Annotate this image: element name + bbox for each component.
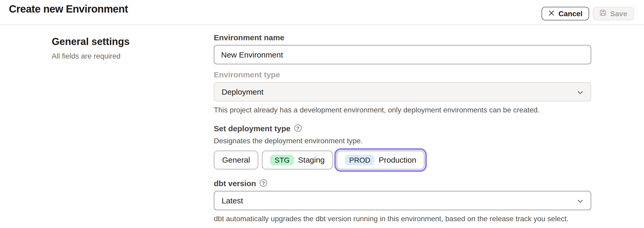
dbt-version-helper: dbt automatically upgrades the dbt versi… <box>214 214 591 224</box>
cancel-button-label: Cancel <box>559 9 583 18</box>
option-label: Production <box>379 156 416 164</box>
chevron-down-icon <box>577 87 583 96</box>
create-environment-page: Create new Environment Cancel Save Gener… <box>0 0 644 228</box>
environment-name-input[interactable] <box>214 45 591 64</box>
settings-subheading: All fields are required <box>52 52 214 60</box>
deployment-type-option-staging[interactable]: STG Staging <box>262 151 333 169</box>
save-disk-icon <box>600 9 607 18</box>
deployment-type-option-general[interactable]: General <box>214 151 258 169</box>
deployment-type-label: Set deployment type <box>214 124 290 133</box>
help-icon[interactable]: ? <box>260 180 267 187</box>
environment-type-helper: This project already has a development e… <box>214 105 591 115</box>
environment-type-field: Environment type Deployment This project… <box>214 70 591 115</box>
option-label: Staging <box>298 156 325 164</box>
cancel-button[interactable]: Cancel <box>542 7 589 20</box>
deployment-type-section: Set deployment type ? Designates the dep… <box>214 124 591 169</box>
save-button[interactable]: Save <box>593 7 634 20</box>
environment-type-value: Deployment <box>222 87 263 96</box>
deployment-type-helper: Designates the deployment environment ty… <box>214 136 591 146</box>
environment-type-select[interactable]: Deployment <box>214 82 591 101</box>
page-title: Create new Environment <box>9 3 128 15</box>
dbt-version-label: dbt version <box>214 179 256 188</box>
deployment-type-options: General STG Staging PROD Production <box>214 151 591 169</box>
page-header: Create new Environment Cancel Save <box>0 0 644 25</box>
settings-summary: General settings All fields are required <box>52 33 214 228</box>
header-actions: Cancel Save <box>542 7 634 20</box>
environment-type-label: Environment type <box>214 70 591 79</box>
dbt-version-field: dbt version ? Latest dbt automatically u… <box>214 179 591 224</box>
close-icon <box>549 9 555 18</box>
main-content: General settings All fields are required… <box>0 25 644 228</box>
settings-heading: General settings <box>52 36 214 48</box>
environment-name-field: Environment name <box>214 33 591 64</box>
option-label: General <box>222 156 250 164</box>
save-button-label: Save <box>610 9 627 18</box>
staging-badge: STG <box>271 155 294 165</box>
production-badge: PROD <box>345 155 375 165</box>
dbt-version-value: Latest <box>222 196 243 205</box>
dbt-version-select[interactable]: Latest <box>214 191 591 210</box>
help-icon[interactable]: ? <box>294 125 301 132</box>
environment-name-label: Environment name <box>214 33 591 42</box>
chevron-down-icon <box>577 196 583 205</box>
deployment-type-option-production[interactable]: PROD Production <box>337 151 424 169</box>
environment-form: Environment name Environment type Deploy… <box>214 33 591 228</box>
